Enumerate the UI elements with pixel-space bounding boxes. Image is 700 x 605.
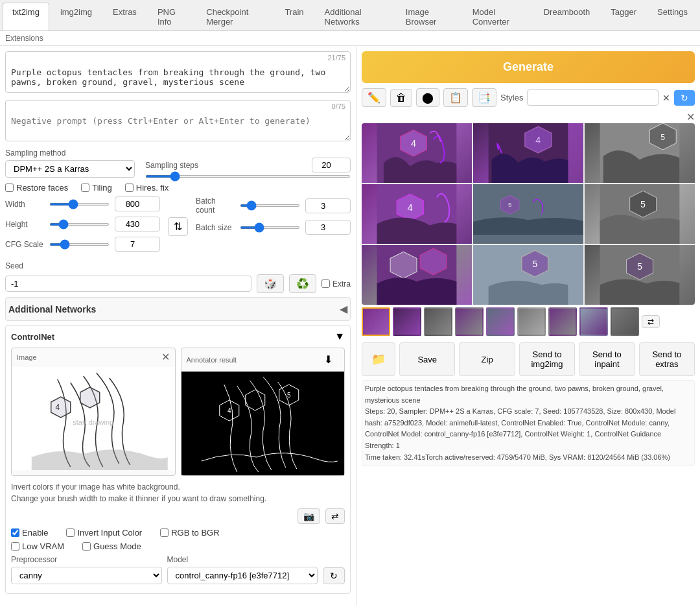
rgb-bgr-check[interactable] [160, 528, 169, 537]
width-label: Width [5, 200, 44, 209]
height-slider[interactable] [49, 223, 110, 226]
tab-img2img[interactable]: img2img [51, 3, 102, 30]
model-select[interactable]: control_canny-fp16 [e3fe7712] [167, 567, 318, 584]
thumbnail-6[interactable] [548, 307, 577, 336]
panel-close-row: ✕ [362, 111, 695, 123]
controlnet-image-close[interactable]: ✕ [161, 351, 170, 363]
tab-tagger[interactable]: Tagger [601, 3, 646, 30]
rgb-bgr-checkbox[interactable]: RGB to BGR [160, 528, 219, 538]
trash-button[interactable]: 🗑 [390, 89, 412, 107]
swap-dimensions-button[interactable]: ⇅ [168, 217, 188, 236]
generate-button[interactable]: Generate [362, 51, 695, 83]
controlnet-drawing-area[interactable]: 4 start drawing [12, 366, 175, 470]
tiling-input[interactable] [81, 184, 89, 192]
low-vram-check[interactable] [11, 542, 19, 551]
thumbnail-1[interactable] [393, 307, 421, 336]
thumbnail-2[interactable] [424, 307, 452, 336]
guess-mode-checkbox[interactable]: Guess Mode [82, 541, 141, 551]
preprocessor-select[interactable]: canny [11, 567, 162, 584]
batch-count-slider[interactable] [240, 204, 300, 207]
svg-text:start drawing: start drawing [73, 418, 113, 426]
low-vram-checkbox[interactable]: Low VRAM [11, 541, 64, 551]
dot-button[interactable]: ⬤ [416, 88, 439, 107]
additional-networks-header[interactable]: Additional Networks ◀ [5, 297, 351, 321]
send-img2img-button[interactable]: Send to img2img [519, 342, 575, 376]
folder-button[interactable]: 📁 [362, 342, 395, 376]
invert-input-check[interactable] [66, 528, 75, 537]
controlnet-toggle-button[interactable]: ▼ [334, 331, 345, 342]
sampling-steps-slider[interactable] [145, 175, 351, 178]
batch-count-input[interactable] [305, 198, 351, 213]
tab-model-converter[interactable]: Model Converter [463, 3, 533, 30]
thumbnail-nav-button[interactable]: ⇄ [642, 315, 660, 328]
save-button[interactable]: Save [399, 342, 455, 376]
invert-input-checkbox[interactable]: Invert Input Color [66, 528, 142, 538]
positive-prompt[interactable] [5, 51, 351, 93]
extra-checkbox[interactable]: Extra [321, 279, 351, 289]
tiling-checkbox[interactable]: Tiling [81, 183, 112, 193]
model-label: Model [167, 555, 318, 564]
controlnet-flip-btn[interactable]: ⇄ [325, 508, 345, 524]
width-slider[interactable] [49, 203, 110, 206]
sampling-method-select[interactable]: DPM++ 2S a Karras [5, 160, 135, 178]
zip-button[interactable]: Zip [459, 342, 515, 376]
guess-mode-check[interactable] [82, 542, 91, 551]
tab-dreambooth[interactable]: Dreambooth [534, 3, 600, 30]
sampling-steps-input[interactable] [312, 158, 351, 172]
dice-button[interactable]: 🎲 [257, 274, 284, 293]
enable-input[interactable] [11, 528, 19, 537]
cfg-slider[interactable] [49, 243, 110, 246]
tab-png-info[interactable]: PNG Info [148, 3, 195, 30]
thumbnail-3[interactable] [455, 307, 484, 336]
tab-extras[interactable]: Extras [103, 3, 146, 30]
send-extras-button[interactable]: Send to extras [639, 342, 695, 376]
tab-settings[interactable]: Settings [648, 3, 697, 30]
seed-section: Seed 🎲 ♻️ Extra [5, 261, 351, 293]
batch-count-label: Batch count [196, 196, 235, 215]
tab-image-browser[interactable]: Image Browser [396, 3, 461, 30]
extra-check-input[interactable] [321, 279, 330, 288]
width-input[interactable] [115, 196, 160, 211]
thumbnail-0[interactable] [362, 307, 390, 336]
thumbnail-8[interactable] [611, 307, 639, 336]
grid-cell-2: 5 [585, 123, 695, 183]
send-inpaint-button[interactable]: Send to inpaint [579, 342, 635, 376]
height-input[interactable] [115, 217, 160, 231]
restore-faces-checkbox[interactable]: Restore faces [5, 183, 68, 193]
annotator-download[interactable]: ⬇ [318, 351, 339, 368]
tab-checkpoint-merger[interactable]: Checkpoint Merger [196, 3, 274, 30]
panel-close-button[interactable]: ✕ [686, 111, 695, 123]
styles-refresh-button[interactable]: ↻ [674, 90, 695, 106]
seed-input[interactable] [5, 276, 251, 292]
restore-faces-input[interactable] [5, 184, 14, 192]
hires-fix-checkbox[interactable]: Hires. fix [125, 183, 169, 193]
cfg-input[interactable] [115, 237, 160, 252]
negative-prompt[interactable] [5, 100, 351, 141]
action-buttons: 📁 Save Zip Send to img2img Send to inpai… [362, 342, 695, 376]
batch-size-input[interactable] [305, 220, 351, 235]
image-grid: 4 4 5 [362, 123, 695, 305]
sampling-row: Sampling method DPM++ 2S a Karras Sampli… [5, 148, 351, 178]
batch-size-slider[interactable] [240, 226, 300, 229]
pencil-button[interactable]: ✏️ [362, 88, 386, 107]
batch-size-field: Batch size [196, 220, 351, 235]
tab-additional-networks[interactable]: Additional Networks [315, 3, 395, 30]
recycle-button[interactable]: ♻️ [289, 274, 316, 293]
controlnet-camera-btn[interactable]: 📷 [298, 508, 320, 524]
clipboard-button[interactable]: 📋 [443, 88, 468, 107]
thumbnail-5[interactable] [517, 307, 546, 336]
hires-fix-input[interactable] [125, 184, 134, 192]
styles-x[interactable]: ✕ [662, 93, 670, 103]
top-nav: txt2img img2img Extras PNG Info Checkpoi… [0, 0, 700, 31]
tab-train[interactable]: Train [275, 3, 313, 30]
styles-input[interactable] [527, 89, 659, 106]
thumbnail-4[interactable] [486, 307, 515, 336]
grid-cell-0: 4 [362, 123, 472, 183]
tab-txt2img[interactable]: txt2img [3, 3, 49, 30]
thumbnail-7[interactable] [579, 307, 608, 336]
negative-prompt-box: 0/75 [5, 100, 351, 143]
pages-button[interactable]: 📑 [472, 88, 496, 107]
enable-checkbox[interactable]: Enable [11, 528, 48, 538]
model-refresh-button[interactable]: ↻ [323, 567, 345, 584]
svg-text:4: 4 [408, 202, 413, 213]
